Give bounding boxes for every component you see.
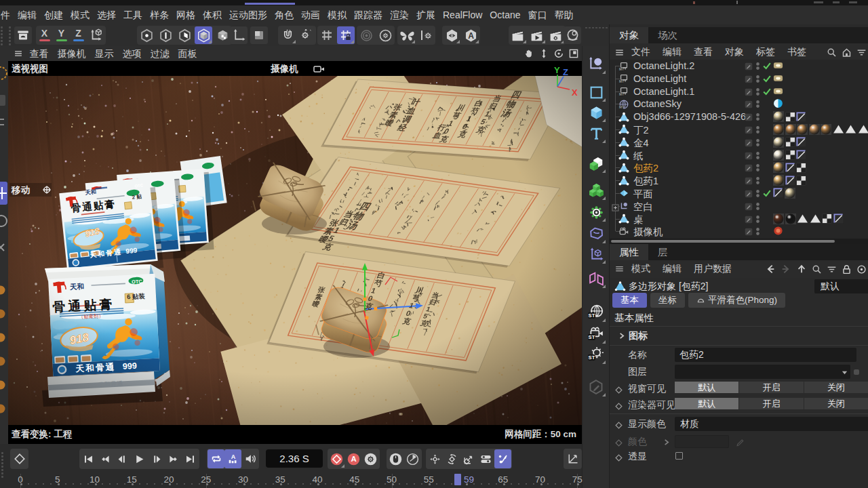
workplane-object-tool[interactable] — [586, 244, 606, 264]
object-row-OctaneLight.1[interactable]: OctaneLight.1 — [610, 85, 868, 98]
toolbar-grip[interactable] — [1, 26, 3, 45]
visibility-dots-icon[interactable] — [755, 215, 761, 226]
sound-button[interactable] — [241, 449, 258, 468]
vp-menu-4[interactable]: 过滤 — [146, 48, 174, 59]
render-settings-button[interactable] — [547, 26, 565, 44]
object-name[interactable]: 摄像机 — [633, 226, 663, 239]
am-search-icon[interactable] — [812, 264, 822, 274]
phong-tag-icon[interactable] — [833, 214, 844, 224]
display-color-dropdown[interactable]: 材质 — [675, 417, 868, 431]
object-row-平面[interactable]: 平面 — [610, 187, 868, 200]
material-tag-icon[interactable] — [773, 175, 784, 186]
am-icon-group-row[interactable]: 图标 — [610, 327, 868, 345]
layer-button[interactable] — [250, 26, 268, 44]
effector-tool[interactable] — [586, 202, 606, 222]
seg-option-关闭[interactable]: 关闭 — [804, 398, 868, 409]
object-name[interactable]: OctaneLight.2 — [633, 60, 694, 71]
viewport-3d-scene[interactable]: 918918 四物汤 当归15克 白芍10克 川芎10克 叶血调经 张素曖 行血… — [8, 76, 582, 425]
record-position-button[interactable] — [427, 449, 443, 468]
am-forward-icon[interactable] — [781, 264, 791, 274]
om-menu-4[interactable]: 标签 — [750, 46, 781, 57]
am-filter-icon[interactable] — [827, 264, 837, 274]
layer-toggle-icon[interactable] — [745, 176, 753, 187]
vp-menu-3[interactable]: 选项 — [118, 48, 146, 59]
material-tag-icon[interactable] — [785, 214, 796, 224]
om-menu-2[interactable]: 查看 — [688, 46, 719, 57]
camera-icon[interactable] — [313, 64, 325, 74]
object-row-OctaneLight[interactable]: OctaneLight — [610, 73, 868, 85]
phong-tag-icon[interactable] — [785, 163, 795, 173]
object-name[interactable]: 空白 — [633, 201, 653, 214]
am-tab-0[interactable]: 属性 — [610, 244, 648, 260]
x-axis-lock-button[interactable]: X — [37, 26, 52, 44]
layer-toggle-icon[interactable] — [745, 138, 753, 149]
enabled-check-icon[interactable] — [762, 87, 772, 98]
axis-hex-button[interactable] — [462, 26, 479, 44]
visibility-dots-icon[interactable] — [755, 163, 761, 174]
visibility-dots-icon[interactable] — [755, 176, 761, 187]
object-row-纸[interactable]: 纸 — [610, 149, 868, 162]
phong-tag-icon[interactable] — [796, 150, 806, 160]
am-menu-2[interactable]: 用户数据 — [688, 263, 738, 274]
material-tag-icon[interactable] — [785, 124, 796, 135]
menu-6[interactable]: 样条 — [146, 5, 173, 24]
next-key-button[interactable] — [165, 449, 182, 468]
object-name[interactable]: OctaneSky — [633, 98, 682, 109]
layer-toggle-icon[interactable] — [745, 227, 753, 238]
z-axis-lock-button[interactable]: Z — [71, 26, 86, 44]
vp-menu-5[interactable]: 面板 — [174, 48, 201, 59]
light-object-tool[interactable] — [586, 344, 606, 365]
pan-view-icon[interactable] — [524, 48, 534, 59]
orbit-view-icon[interactable] — [553, 48, 564, 59]
object-row-Obj3d66-12971908-5-426[interactable]: Obj3d66-12971908-5-426 — [610, 110, 868, 123]
next-frame-button[interactable] — [148, 449, 165, 468]
record-pla-button[interactable] — [494, 449, 511, 468]
current-time-field[interactable]: 2.36 S — [266, 449, 323, 468]
om-menu-0[interactable]: 文件 — [625, 46, 656, 57]
om-menu-5[interactable]: 书签 — [781, 46, 812, 57]
keyframe-diamond-icon[interactable] — [615, 386, 623, 394]
layer-toggle-icon[interactable] — [745, 62, 753, 73]
array-generator-tool[interactable] — [586, 180, 606, 201]
uvw-tag-icon[interactable] — [796, 176, 806, 186]
phong-tag-icon[interactable] — [796, 137, 806, 147]
phong-tag-icon[interactable] — [785, 176, 795, 186]
layer-toggle-icon[interactable] — [745, 75, 753, 85]
menu-17[interactable]: Octane — [486, 5, 524, 24]
am-menu-0[interactable]: 模式 — [625, 263, 656, 274]
octane-light-tag-icon[interactable] — [773, 86, 783, 96]
menu-12[interactable]: 模拟 — [324, 5, 351, 24]
menu-1[interactable]: 编辑 — [14, 5, 41, 24]
keyframe-diamond-icon[interactable] — [615, 454, 623, 462]
polygons-mode-button[interactable] — [176, 26, 193, 44]
autokey-toggle-button[interactable] — [345, 449, 362, 468]
undo-box-button[interactable] — [14, 26, 32, 44]
octane-dialog-button[interactable] — [564, 26, 581, 44]
material-tag-icon[interactable] — [773, 137, 784, 148]
uvw-tag-icon[interactable] — [785, 112, 795, 122]
om-menu-1[interactable]: 编辑 — [656, 46, 688, 57]
material-tag-icon[interactable] — [773, 150, 784, 161]
render-play-button[interactable] — [528, 26, 546, 44]
menu-15[interactable]: 扩展 — [413, 5, 439, 24]
visibility-dots-icon[interactable] — [755, 100, 761, 110]
play-button[interactable] — [131, 449, 148, 468]
menu-2[interactable]: 创建 — [41, 5, 67, 24]
loop-playback-button[interactable] — [208, 449, 224, 468]
material-tag-icon[interactable] — [809, 124, 820, 135]
model-mode-button[interactable] — [195, 26, 212, 44]
object-row-金4[interactable]: 金4 — [610, 136, 868, 149]
gear-circle-button[interactable] — [376, 26, 394, 44]
object-row-包药2[interactable]: 包药2 — [610, 161, 868, 174]
layer-toggle-icon[interactable] — [745, 189, 753, 200]
keyframe-presets-button[interactable] — [404, 449, 421, 468]
seg-option-开启[interactable]: 开启 — [739, 398, 804, 409]
object-name[interactable]: 金4 — [633, 137, 649, 150]
octane-light-tag-icon[interactable] — [773, 73, 783, 83]
spline-pen-tool[interactable] — [586, 54, 606, 75]
uvw-tag-icon[interactable] — [822, 214, 832, 224]
xray-checkbox[interactable] — [675, 452, 683, 460]
material-tag-icon[interactable] — [785, 188, 795, 199]
seg-option-默认[interactable]: 默认 — [675, 398, 739, 409]
octane-sky-tag-icon[interactable] — [773, 98, 783, 108]
